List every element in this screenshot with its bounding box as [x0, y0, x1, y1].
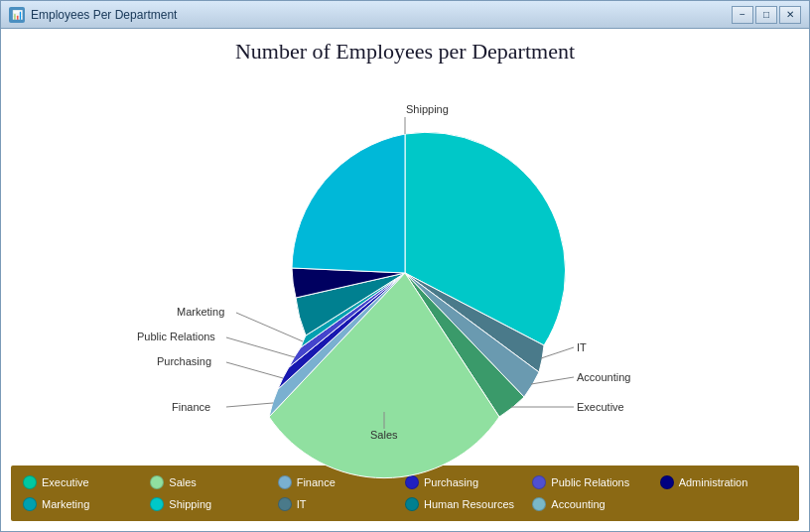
svg-line-6 — [226, 362, 283, 378]
label-it: IT — [577, 341, 587, 353]
legend-dot-shipping — [150, 497, 164, 511]
legend-dot-marketing — [23, 497, 37, 511]
chart-title: Number of Employees per Department — [11, 39, 799, 65]
legend-label-sales: Sales — [169, 476, 197, 488]
legend-item-administration: Administration — [660, 473, 787, 491]
label-finance: Finance — [172, 401, 210, 413]
label-accounting: Accounting — [577, 371, 630, 383]
legend-item-accounting: Accounting — [532, 495, 659, 513]
chart-content: Number of Employees per Department — [1, 29, 809, 531]
svg-line-2 — [531, 377, 574, 384]
window-title: Employees Per Department — [31, 8, 732, 22]
label-shipping: Shipping — [406, 103, 449, 115]
legend-dot-human-resources — [405, 497, 419, 511]
main-window: 📊 Employees Per Department − □ ✕ Number … — [0, 0, 810, 532]
svg-line-8 — [236, 313, 303, 341]
label-sales: Sales — [370, 429, 398, 441]
chart-area: Shipping IT Accounting Executive Sales F… — [11, 69, 799, 466]
svg-line-5 — [226, 403, 273, 407]
legend-dot-it — [278, 497, 292, 511]
legend-item-purchasing: Purchasing — [405, 473, 532, 491]
label-executive: Executive — [577, 401, 624, 413]
legend-item-executive: Executive — [23, 473, 150, 491]
label-public-relations: Public Relations — [137, 331, 215, 342]
legend-item-human-resources: Human Resources — [405, 495, 532, 513]
legend-label-purchasing: Purchasing — [424, 476, 478, 488]
pie-chart: Shipping IT Accounting Executive Sales F… — [107, 99, 703, 437]
legend-label-accounting: Accounting — [551, 498, 605, 510]
window-controls: − □ ✕ — [732, 6, 801, 24]
svg-line-7 — [226, 337, 295, 357]
legend-label-shipping: Shipping — [169, 498, 211, 510]
legend-dot-purchasing — [405, 475, 419, 489]
svg-line-1 — [541, 347, 574, 358]
legend-item-public-relations: Public Relations — [532, 473, 659, 491]
legend-label-finance: Finance — [297, 476, 336, 488]
maximize-button[interactable]: □ — [755, 6, 777, 24]
minimize-button[interactable]: − — [732, 6, 753, 24]
legend-label-administration: Administration — [679, 476, 748, 488]
window-icon: 📊 — [9, 7, 25, 23]
legend-label-executive: Executive — [42, 476, 89, 488]
legend-item-it: IT — [278, 495, 405, 513]
legend-dot-accounting — [532, 497, 546, 511]
legend-item-marketing: Marketing — [23, 495, 150, 513]
label-marketing: Marketing — [177, 306, 224, 318]
title-bar: 📊 Employees Per Department − □ ✕ — [1, 1, 809, 29]
legend-dot-administration — [660, 475, 674, 489]
close-button[interactable]: ✕ — [779, 6, 801, 24]
legend-label-public-relations: Public Relations — [551, 476, 629, 488]
legend-label-marketing: Marketing — [42, 498, 89, 510]
legend-dot-sales — [150, 475, 164, 489]
label-purchasing: Purchasing — [157, 355, 211, 367]
legend-dot-executive — [23, 475, 37, 489]
legend-dot-public-relations — [532, 475, 546, 489]
legend-item-shipping: Shipping — [150, 495, 277, 513]
legend-dot-finance — [278, 475, 292, 489]
legend-label-human-resources: Human Resources — [424, 498, 514, 510]
legend-item-sales: Sales — [150, 473, 277, 491]
legend-label-it: IT — [297, 498, 307, 510]
